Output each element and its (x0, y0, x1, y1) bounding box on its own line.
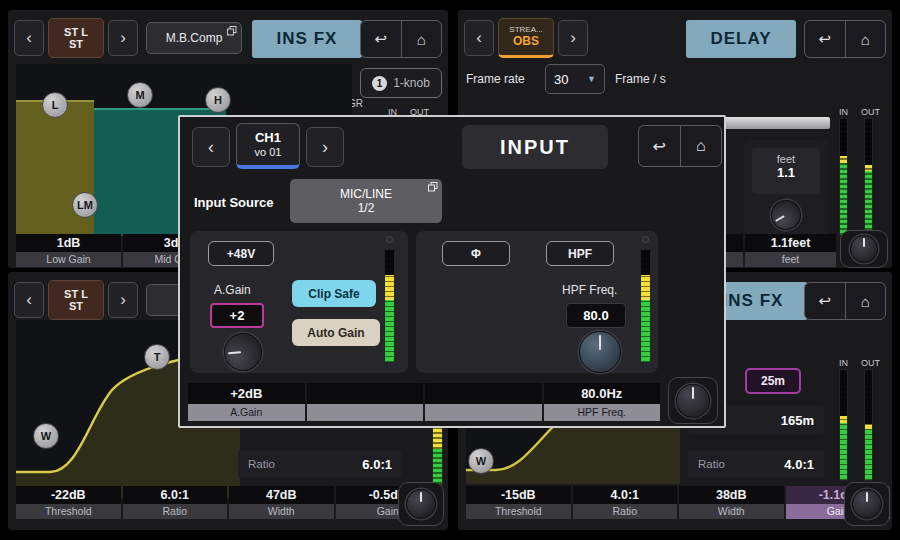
strip-cell-delay[interactable]: 1.1feet feet (745, 234, 836, 267)
prev-channel-button[interactable]: ‹ (14, 20, 44, 56)
strip-cell-threshold[interactable]: -22dB Threshold (16, 486, 121, 519)
strip-label: Ratio (573, 504, 678, 519)
channel-name: ST L (64, 288, 88, 300)
strip-value: 80.0Hz (544, 383, 661, 404)
strip-label (307, 404, 424, 421)
copy-icon (227, 26, 237, 36)
touch-turn-knob-button[interactable] (398, 482, 444, 526)
frame-unit-label: Frame / s (615, 72, 666, 86)
copy-icon (428, 182, 438, 192)
ratio-row-value: 6.0:1 (362, 457, 392, 472)
prev-channel-button[interactable]: ‹ (464, 20, 494, 56)
delay-value-box[interactable]: feet 1.1 (752, 148, 820, 194)
width-handle[interactable]: W (468, 448, 494, 474)
band-handle-low[interactable]: L (42, 92, 68, 118)
strip-value: +2dB (188, 383, 305, 404)
strip-cell-threshold[interactable]: -15dB Threshold (466, 486, 571, 519)
strip-cell[interactable] (425, 383, 542, 421)
channel-sub: ST (69, 300, 83, 312)
strip-cell-width[interactable]: 38dB Width (679, 486, 784, 519)
in-meter (839, 369, 848, 481)
strip-label: Ratio (123, 504, 228, 519)
strip-cell-ratio[interactable]: 4.0:1 Ratio (573, 486, 678, 519)
frame-rate-dropdown[interactable]: 30 ▼ (545, 64, 605, 94)
band-handle-high[interactable]: H (205, 87, 231, 113)
in-meter (839, 118, 848, 236)
home-icon[interactable]: ⌂ (846, 283, 886, 319)
input-level-meter (384, 249, 395, 363)
delay-row-value: 165m (781, 413, 814, 428)
prev-channel-button[interactable]: ‹ (192, 127, 230, 167)
strip-value: 1.1feet (745, 234, 836, 252)
touch-turn-knob-button[interactable] (840, 230, 888, 268)
next-channel-button[interactable]: › (108, 282, 138, 318)
touch-turn-knob-button[interactable] (844, 482, 890, 526)
phantom-power-button[interactable]: +48V (208, 241, 274, 266)
undo-icon[interactable]: ↩ (805, 21, 846, 57)
home-icon[interactable]: ⌂ (402, 21, 442, 57)
width-handle[interactable]: W (33, 423, 59, 449)
threshold-handle[interactable]: T (144, 344, 170, 370)
strip-value (425, 383, 542, 404)
analog-gain-value[interactable]: +2 (210, 303, 264, 328)
param-strip: +2dB A.Gain 80.0Hz HPF Freq. (188, 383, 660, 421)
strip-value: -22dB (16, 486, 121, 504)
frame-rate-label: Frame rate (466, 72, 525, 86)
touch-turn-knob-button[interactable] (668, 377, 718, 424)
strip-cell-ratio[interactable]: 6.0:1 Ratio (123, 486, 228, 519)
undo-icon[interactable]: ↩ (639, 126, 681, 166)
touch-turn-knob-icon (406, 489, 436, 519)
home-icon[interactable]: ⌂ (681, 126, 722, 166)
nav-group: ↩ ⌂ (360, 20, 442, 58)
band-handle-mid[interactable]: M (127, 82, 153, 108)
strip-label: Threshold (466, 504, 571, 519)
next-channel-button[interactable]: › (306, 127, 344, 167)
delay-knob[interactable] (766, 195, 807, 236)
input-source-button[interactable]: MIC/LINE 1/2 (290, 179, 442, 223)
strip-cell[interactable] (307, 383, 424, 421)
strip-cell-width[interactable]: 47dB Width (229, 486, 334, 519)
strip-cell-lowgain[interactable]: 1dB Low Gain (16, 234, 121, 267)
channel-name: CH1 (255, 131, 281, 146)
phase-button[interactable]: Φ (442, 241, 510, 266)
analog-gain-label: A.Gain (214, 283, 251, 297)
next-channel-button[interactable]: › (108, 20, 138, 56)
ratio-row[interactable]: Ratio 6.0:1 (238, 450, 402, 478)
one-knob-button[interactable]: 1 1-knob (360, 68, 442, 98)
delay-unit: feet (752, 153, 820, 165)
channel-select-button[interactable]: STREA... OBS (498, 18, 554, 58)
meter-in-label: IN (839, 107, 848, 117)
auto-gain-button[interactable]: Auto Gain (292, 319, 380, 346)
channel-select-button[interactable]: ST L ST (48, 280, 104, 320)
param-strip: -15dB Threshold 4.0:1 Ratio 38dB Width -… (466, 486, 890, 519)
strip-label: feet (745, 252, 836, 267)
ratio-row-label: Ratio (248, 458, 275, 470)
band-handle-lowmid[interactable]: LM (72, 192, 98, 218)
channel-sub: OBS (513, 35, 539, 48)
hpf-button[interactable]: HPF (546, 241, 614, 266)
home-icon[interactable]: ⌂ (846, 21, 886, 57)
hpf-freq-knob[interactable] (579, 331, 621, 373)
meter-out-label: OUT (861, 107, 880, 117)
ratio-row-label: Ratio (698, 458, 725, 470)
prev-channel-button[interactable]: ‹ (14, 282, 44, 318)
input-dialog: ‹ CH1 vo 01 › INPUT ↩ ⌂ Input Source MIC… (178, 115, 726, 428)
undo-icon[interactable]: ↩ (805, 283, 846, 319)
strip-cell-hpffreq[interactable]: 80.0Hz HPF Freq. (544, 383, 661, 421)
param-strip: -22dB Threshold 6.0:1 Ratio 47dB Width -… (16, 486, 440, 519)
strip-cell-again[interactable]: +2dB A.Gain (188, 383, 305, 421)
input-source-line1: MIC/LINE (340, 187, 392, 201)
next-channel-button[interactable]: › (558, 20, 588, 56)
delay-badge[interactable]: 25m (745, 368, 801, 394)
strip-value (307, 383, 424, 404)
analog-gain-knob[interactable] (222, 331, 263, 372)
channel-select-button[interactable]: CH1 vo 01 (236, 123, 300, 169)
effect-preset-button[interactable]: M.B.Comp (146, 22, 242, 54)
channel-select-button[interactable]: ST L ST (48, 18, 104, 58)
hpf-freq-value[interactable]: 80.0 (566, 303, 626, 328)
strip-label: Width (679, 504, 784, 519)
input-level-meter (640, 249, 651, 363)
clip-safe-button[interactable]: Clip Safe (292, 280, 376, 307)
ratio-row[interactable]: Ratio 4.0:1 (688, 450, 824, 478)
undo-icon[interactable]: ↩ (361, 21, 402, 57)
